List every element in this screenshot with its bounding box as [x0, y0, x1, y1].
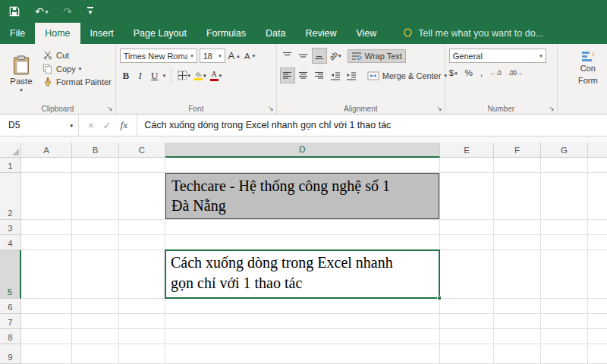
tab-file[interactable]: File — [0, 23, 35, 44]
save-button[interactable] — [9, 6, 20, 17]
cell-F9[interactable] — [494, 344, 541, 364]
cell-G7[interactable] — [541, 314, 588, 329]
row-header-5[interactable]: 5 — [0, 250, 21, 299]
cell-x1[interactable] — [588, 158, 607, 173]
column-header-A[interactable]: A — [21, 143, 72, 158]
borders-button[interactable]: ▾ — [177, 68, 190, 83]
cell-B8[interactable] — [72, 329, 119, 344]
cell-D5[interactable]: Cách xuống dòng trong Excel nhanh gọn ch… — [165, 250, 440, 299]
cell-A5[interactable] — [21, 250, 72, 299]
row-header-4[interactable]: 4 — [0, 235, 21, 250]
cell-F7[interactable] — [494, 314, 541, 329]
accounting-format-button[interactable]: $ ▾ — [449, 68, 458, 77]
increase-decimal-button[interactable]: ←.0 — [490, 69, 501, 77]
select-all-corner[interactable] — [0, 143, 21, 158]
cell-F8[interactable] — [494, 329, 541, 344]
cell-A4[interactable] — [21, 235, 72, 250]
font-family-select[interactable]: Times New Roman ▾ — [120, 49, 197, 63]
cell-B6[interactable] — [72, 299, 119, 314]
cell-D4[interactable] — [165, 235, 440, 250]
cell-E9[interactable] — [440, 344, 494, 364]
tab-review[interactable]: Review — [295, 23, 346, 44]
tab-home[interactable]: Home — [35, 23, 80, 44]
row-header-8[interactable]: 8 — [0, 329, 21, 344]
selected-cell-d5[interactable]: Cách xuống dòng trong Excel nhanh gọn ch… — [165, 249, 440, 299]
cell-x9[interactable] — [588, 344, 607, 364]
cell-G4[interactable] — [541, 235, 588, 250]
decrease-decimal-button[interactable]: .00→ — [508, 69, 522, 77]
cell-A2[interactable] — [21, 173, 72, 220]
cancel-icon[interactable]: × — [88, 120, 94, 131]
tab-insert[interactable]: Insert — [80, 23, 124, 44]
cell-D2[interactable]: Techcare - Hệ thống công nghệ số 1 Đà Nẵ… — [165, 173, 440, 220]
italic-button[interactable]: I — [134, 68, 146, 83]
tab-page-layout[interactable]: Page Layout — [124, 23, 197, 44]
column-header-D[interactable]: D — [165, 143, 440, 158]
column-header-blank[interactable] — [588, 143, 607, 158]
decrease-indent-button[interactable] — [329, 68, 342, 83]
format-painter-button[interactable]: Format Painter — [42, 77, 112, 86]
column-header-B[interactable]: B — [72, 143, 119, 158]
cell-x5[interactable] — [588, 250, 607, 299]
formula-input[interactable]: Cách xuống dòng trong Excel nhanh gọn ch… — [137, 115, 607, 136]
underline-button[interactable]: U — [149, 68, 161, 83]
merge-center-button[interactable]: Merge & Center ▾ — [364, 70, 450, 82]
cell-F2[interactable] — [494, 173, 541, 220]
cell-x2[interactable] — [588, 173, 607, 220]
cell-F4[interactable] — [494, 235, 541, 250]
cell-B9[interactable] — [72, 344, 119, 364]
row-header-9[interactable]: 9 — [0, 344, 21, 364]
copy-button[interactable]: Copy ▾ — [42, 64, 112, 74]
cell-C3[interactable] — [119, 220, 165, 235]
cell-C9[interactable] — [119, 344, 165, 364]
cell-G6[interactable] — [541, 299, 588, 314]
column-header-C[interactable]: C — [119, 143, 165, 158]
cell-A6[interactable] — [21, 299, 72, 314]
conditional-formatting-button[interactable]: Con Form — [561, 47, 607, 86]
cell-C5[interactable] — [119, 250, 165, 299]
row-header-1[interactable]: 1 — [0, 158, 21, 173]
cell-E7[interactable] — [440, 314, 494, 329]
cut-button[interactable]: Cut — [42, 51, 112, 60]
paste-button[interactable]: Paste ▾ — [4, 47, 39, 100]
increase-indent-button[interactable] — [344, 68, 358, 83]
cell-E8[interactable] — [440, 329, 494, 344]
percent-style-button[interactable]: % — [465, 68, 473, 77]
row-header-7[interactable]: 7 — [0, 314, 21, 329]
cell-F1[interactable] — [494, 158, 541, 173]
cell-A1[interactable] — [21, 158, 72, 173]
redo-button[interactable]: ↷ — [63, 6, 72, 17]
row-header-2[interactable]: 2 — [0, 173, 21, 220]
row-header-3[interactable]: 3 — [0, 220, 21, 235]
fill-handle[interactable] — [437, 296, 442, 300]
cell-E5[interactable] — [440, 250, 494, 299]
font-dialog-launcher[interactable]: ↘ — [268, 105, 274, 112]
undo-button[interactable]: ↶▾ — [35, 6, 48, 17]
font-size-select[interactable]: 18 ▾ — [200, 49, 225, 63]
cell-x7[interactable] — [588, 314, 607, 329]
row-header-6[interactable]: 6 — [0, 299, 21, 314]
customize-quick-access-button[interactable]: ▼ — [87, 7, 93, 16]
cell-x4[interactable] — [588, 235, 607, 250]
cell-E6[interactable] — [440, 299, 494, 314]
cell-F5[interactable] — [494, 250, 541, 299]
align-top-button[interactable] — [281, 49, 294, 63]
cell-G5[interactable] — [541, 250, 588, 299]
clipboard-dialog-launcher[interactable]: ↘ — [107, 105, 113, 112]
decrease-font-size-button[interactable]: A▼ — [244, 49, 257, 63]
name-box[interactable]: D5 ▾ — [0, 115, 79, 136]
tab-data[interactable]: Data — [256, 23, 295, 44]
cell-C1[interactable] — [119, 158, 165, 173]
cell-G2[interactable] — [541, 173, 588, 220]
cell-C6[interactable] — [119, 299, 165, 314]
cell-E4[interactable] — [440, 235, 494, 250]
alignment-dialog-launcher[interactable]: ↘ — [436, 105, 442, 112]
cell-B7[interactable] — [72, 314, 119, 329]
column-header-G[interactable]: G — [541, 143, 588, 158]
cell-E3[interactable] — [440, 220, 494, 235]
cell-C2[interactable] — [119, 173, 165, 220]
cell-B3[interactable] — [72, 220, 119, 235]
font-color-button[interactable]: A ▾ — [209, 68, 222, 83]
cell-x3[interactable] — [588, 220, 607, 235]
cell-D3[interactable] — [165, 220, 440, 235]
